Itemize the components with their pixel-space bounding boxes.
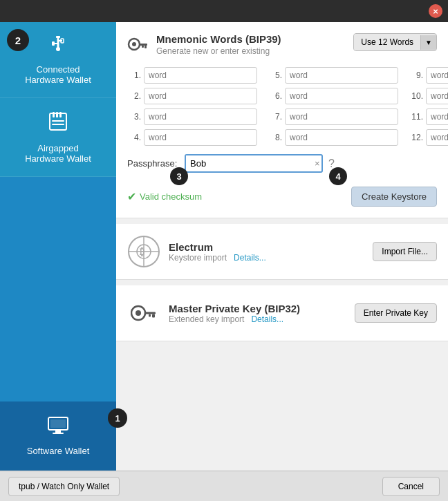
bottom-bar: tpub / Watch Only Wallet Cancel <box>0 471 448 501</box>
divider-1 <box>116 218 448 224</box>
word-num-6: 6. <box>268 91 282 101</box>
svg-point-28 <box>136 310 141 316</box>
svg-rect-19 <box>139 44 147 46</box>
dropdown-arrow-icon[interactable]: ▼ <box>420 35 436 50</box>
sidebar-item-airgapped-hardware-wallet[interactable]: AirgappedHardware Wallet <box>0 98 116 177</box>
word-num-8: 8. <box>268 133 282 142</box>
right-panel-fill <box>116 341 448 471</box>
create-keystore-wrap: 4 Create Keystore <box>351 187 437 207</box>
sidebar-item-software-wallet[interactable]: Software Wallet 1 <box>0 401 116 471</box>
word-row-7: 7. <box>268 108 398 125</box>
svg-rect-30 <box>152 314 155 318</box>
master-key-extended-text: Extended key import <box>169 314 244 324</box>
airgapped-hardware-wallet-label: AirgappedHardware Wallet <box>25 143 91 164</box>
electrum-section: ₿ Electrum Keystore import Details... Im… <box>116 224 448 280</box>
word-input-4[interactable] <box>144 129 257 146</box>
cancel-button[interactable]: Cancel <box>382 477 440 496</box>
svg-rect-20 <box>144 46 147 48</box>
software-wallet-label: Software Wallet <box>27 446 90 456</box>
master-key-row: Master Private Key (BIP32) Extended key … <box>127 296 437 330</box>
word-num-12: 12. <box>409 133 423 142</box>
badge-2: 2 <box>7 29 29 51</box>
word-row-4: 4. <box>127 129 257 146</box>
master-key-subtitle: Extended key import Details... <box>169 314 346 324</box>
passphrase-label: Passphrase: <box>127 158 179 169</box>
word-num-7: 7. <box>268 112 282 122</box>
master-key-details-link[interactable]: Details... <box>251 314 283 324</box>
mnemonic-header: Mnemonic Words (BIP39) Generate new or e… <box>127 33 437 59</box>
passphrase-clear-button[interactable]: × <box>310 157 324 170</box>
svg-rect-29 <box>144 312 156 314</box>
word-row-5: 5. <box>268 67 398 84</box>
word-num-2: 2. <box>127 91 141 101</box>
close-button[interactable]: × <box>429 4 442 18</box>
word-input-7[interactable] <box>285 108 398 125</box>
passphrase-row: Passphrase: × ? 3 <box>127 154 437 173</box>
enter-private-key-button[interactable]: Enter Private Key <box>355 303 437 323</box>
tpub-button[interactable]: tpub / Watch Only Wallet <box>8 477 120 496</box>
connected-hardware-wallet-label: ConnectedHardware Wallet <box>25 64 91 85</box>
word-num-10: 10. <box>409 91 423 101</box>
svg-rect-14 <box>55 430 61 433</box>
main-content: 2 ConnectedHardware Wallet <box>0 22 448 471</box>
svg-rect-10 <box>59 112 62 117</box>
valid-checksum-text: Valid checksum <box>140 191 202 202</box>
svg-rect-0 <box>56 36 60 38</box>
electrum-icon: ₿ <box>127 235 160 268</box>
sidebar-spacer <box>0 177 116 401</box>
create-keystore-button[interactable]: Create Keystore <box>351 187 437 207</box>
checkmark-icon: ✔ <box>127 190 136 203</box>
badge-4: 4 <box>329 167 347 185</box>
electrum-details-link[interactable]: Details... <box>234 253 266 263</box>
sidebar: 2 ConnectedHardware Wallet <box>0 22 116 471</box>
word-input-5[interactable] <box>285 67 398 84</box>
right-panel: Mnemonic Words (BIP39) Generate new or e… <box>116 22 448 471</box>
badge-3: 3 <box>170 167 188 185</box>
word-row-1: 1. <box>127 67 257 84</box>
mnemonic-title: Mnemonic Words (BIP39) <box>156 33 281 45</box>
mnemonic-title-text: Mnemonic Words (BIP39) Generate new or e… <box>156 33 281 56</box>
mnemonic-title-group: Mnemonic Words (BIP39) Generate new or e… <box>127 33 281 59</box>
word-row-3: 3. <box>127 108 257 125</box>
svg-rect-6 <box>56 47 60 51</box>
use-words-dropdown[interactable]: Use 12 Words ▼ <box>353 33 437 51</box>
monitor-icon <box>47 416 69 440</box>
valid-checksum: ✔ Valid checksum <box>127 190 202 203</box>
word-row-12: 12. <box>409 129 448 146</box>
divider-2 <box>116 280 448 285</box>
word-input-2[interactable] <box>144 88 257 104</box>
word-num-11: 11. <box>409 112 423 122</box>
passphrase-input[interactable] <box>186 155 310 171</box>
svg-rect-31 <box>149 314 151 317</box>
mnemonic-subtitle: Generate new or enter existing <box>156 46 281 56</box>
use-words-label[interactable]: Use 12 Words <box>354 34 420 50</box>
word-input-1[interactable] <box>144 67 257 84</box>
word-input-8[interactable] <box>285 129 398 146</box>
svg-rect-16 <box>50 419 66 428</box>
word-row-8: 8. <box>268 129 398 146</box>
electrum-info: Electrum Keystore import Details... <box>169 241 364 263</box>
electrum-row: ₿ Electrum Keystore import Details... Im… <box>127 235 437 268</box>
sidebar-item-connected-hardware-wallet[interactable]: 2 ConnectedHardware Wallet <box>0 22 116 98</box>
word-input-6[interactable] <box>285 88 398 104</box>
badge-1: 1 <box>108 408 127 428</box>
svg-rect-11 <box>52 120 64 122</box>
word-row-9: 9. <box>409 67 448 84</box>
word-input-9[interactable] <box>426 67 448 84</box>
word-input-11[interactable] <box>426 108 448 125</box>
import-file-button[interactable]: Import File... <box>373 242 437 261</box>
master-key-title: Master Private Key (BIP32) <box>169 303 346 314</box>
electrum-keystore-import-text: Keystore import <box>169 253 227 263</box>
word-input-12[interactable] <box>426 129 448 146</box>
svg-rect-21 <box>142 46 144 48</box>
svg-point-18 <box>132 42 136 46</box>
word-grid: 1. 5. 9. 2. <box>127 67 437 146</box>
status-row: ✔ Valid checksum 4 Create Keystore <box>127 187 437 207</box>
word-input-3[interactable] <box>144 108 257 125</box>
passphrase-input-wrap: × <box>185 154 323 173</box>
word-input-10[interactable] <box>426 88 448 104</box>
svg-rect-8 <box>53 112 55 117</box>
svg-rect-12 <box>52 124 64 125</box>
sd-icon <box>48 111 68 138</box>
master-key-section: Master Private Key (BIP32) Extended key … <box>116 285 448 341</box>
